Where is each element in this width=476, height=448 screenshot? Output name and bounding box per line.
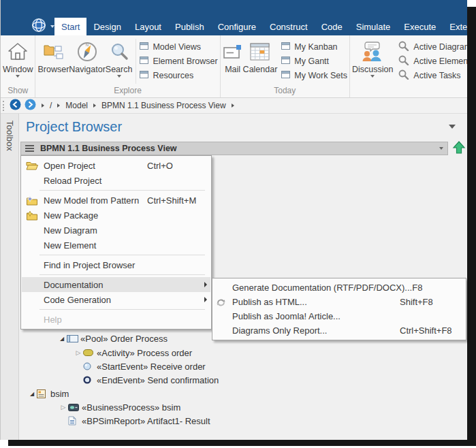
- separator: [136, 39, 136, 84]
- breadcrumb-root[interactable]: /: [50, 101, 52, 110]
- window-icon: [140, 57, 148, 66]
- my-kanban-button[interactable]: My Kanban: [281, 39, 347, 54]
- menu-item-help: Help: [22, 312, 210, 327]
- hamburger-icon: [25, 145, 34, 152]
- open-folder-icon: [26, 159, 44, 172]
- business-process-icon: [68, 404, 82, 411]
- svg-text:N: N: [86, 43, 89, 47]
- menu-item-diagrams-only-report[interactable]: Diagrams Only Report... Ctrl+Shift+F8: [213, 323, 465, 338]
- magnifier-icon: [109, 39, 129, 64]
- active-element-button[interactable]: Active Element: [398, 54, 467, 68]
- menu-item-find-in-project-browser[interactable]: Find in Project Browser: [22, 257, 210, 272]
- ribbon-group-today: Mail Calendar: [221, 35, 350, 97]
- breadcrumb-view[interactable]: BPMN 1.1 Business Process View: [101, 101, 226, 110]
- tab-construct[interactable]: Construct: [263, 18, 315, 35]
- calendar-button[interactable]: Calendar: [243, 37, 278, 75]
- menu-item-new-model-from-pattern[interactable]: New Model from Pattern Ctrl+Shift+M: [22, 193, 210, 208]
- folder-sparkle-icon: [26, 194, 44, 206]
- element-browser-button[interactable]: Element Browser: [140, 54, 217, 68]
- discussion-button[interactable]: Discussion: [352, 37, 393, 78]
- breadcrumb-model[interactable]: Model: [65, 101, 88, 110]
- menu-item-documentation[interactable]: Documentation: [22, 277, 210, 292]
- window-drop-shadow: [467, 7, 476, 445]
- window-button[interactable]: Window: [3, 37, 33, 78]
- tab-publish[interactable]: Publish: [168, 18, 211, 35]
- window-icon: [281, 71, 290, 80]
- tab-execute[interactable]: Execute: [397, 18, 443, 35]
- collapsed-arrow-icon[interactable]: ▷: [59, 404, 68, 411]
- my-work-sets-button[interactable]: My Work Sets: [281, 68, 347, 82]
- menu-item-new-diagram[interactable]: New Diagram: [22, 223, 210, 238]
- tree-item-activity[interactable]: ▷ «Activity» Process order: [19, 346, 467, 359]
- navigator-button[interactable]: N Navigator: [69, 37, 106, 75]
- people-chat-icon: [360, 39, 385, 64]
- folder-star-icon: [26, 209, 44, 221]
- back-button[interactable]: [10, 99, 21, 113]
- my-gantt-button[interactable]: My Gantt: [281, 54, 347, 68]
- tree-item-startevent[interactable]: «StartEvent» Receive order: [19, 359, 467, 373]
- menu-separator: [39, 274, 205, 275]
- home-icon: [7, 39, 29, 64]
- menu-item-reload-project[interactable]: Reload Project: [22, 173, 210, 188]
- active-tasks-button[interactable]: Active Tasks: [398, 68, 467, 82]
- navigation-bar: / Model BPMN 1.1 Business Process View: [1, 98, 467, 114]
- expanded-arrow-icon[interactable]: ◢: [57, 336, 67, 342]
- search-button[interactable]: Search: [106, 37, 133, 78]
- tab-configure[interactable]: Configure: [211, 18, 263, 35]
- collapsed-arrow-icon[interactable]: ▷: [74, 349, 83, 356]
- enterprise-architect-logo-icon: [31, 18, 46, 35]
- app-menu[interactable]: [1, 18, 54, 35]
- breadcrumb-separator-icon: [232, 103, 234, 108]
- menu-item-new-package[interactable]: New Package: [22, 208, 210, 223]
- tab-code[interactable]: Code: [315, 18, 349, 35]
- model-views-button[interactable]: Model Views: [140, 39, 217, 54]
- resources-button[interactable]: Resources: [140, 68, 217, 82]
- panel-menu-chevron-icon[interactable]: [449, 125, 456, 129]
- browser-button[interactable]: Browser: [37, 37, 69, 75]
- end-event-icon: [83, 376, 97, 384]
- report-document-icon: [68, 416, 82, 426]
- ribbon-group-show: Window Show: [1, 35, 35, 97]
- tab-extend[interactable]: Extend: [443, 18, 467, 35]
- breadcrumb-separator-icon: [42, 103, 44, 108]
- menu-item-new-element[interactable]: New Element: [22, 238, 210, 253]
- menu-item-open-project[interactable]: Open Project Ctrl+O: [22, 158, 210, 173]
- pool-icon: [67, 335, 80, 342]
- toolbox-side-tab[interactable]: Toolbox: [1, 114, 19, 440]
- chevron-down-icon: [16, 75, 20, 78]
- tab-start[interactable]: Start: [54, 18, 86, 35]
- tree-item-businessprocess[interactable]: ▷ «BusinessProcess» bsim: [19, 400, 467, 414]
- chevron-down-icon: [117, 75, 121, 78]
- ribbon-tab-bar: Start Design Layout Publish Configure Co…: [1, 18, 467, 35]
- breadcrumb-separator-icon: [93, 103, 96, 108]
- group-caption-explore: Explore: [35, 86, 219, 97]
- mail-button[interactable]: Mail: [223, 37, 243, 75]
- forward-button[interactable]: [25, 99, 36, 113]
- menu-item-publish-as-html[interactable]: Publish as HTML... Shift+F8: [213, 295, 465, 309]
- documentation-submenu: Generate Documentation (RTF/PDF/DOCX)...…: [212, 278, 466, 340]
- package-selector[interactable]: BPMN 1.1 Business Process View: [20, 142, 448, 155]
- context-menu: Open Project Ctrl+O Reload Project New M…: [20, 155, 212, 330]
- tree-item-endevent[interactable]: «EndEvent» Send confirmation: [19, 373, 467, 387]
- start-event-icon: [83, 362, 97, 370]
- panel-title: Project Browser: [26, 119, 122, 135]
- tab-simulate[interactable]: Simulate: [349, 18, 398, 35]
- submenu-arrow-icon: [204, 282, 207, 287]
- menu-item-publish-as-joomla-article[interactable]: Publish as Joomla! Article...: [213, 309, 465, 323]
- navigate-up-icon[interactable]: [452, 141, 466, 157]
- menu-item-generate-documentation[interactable]: Generate Documentation (RTF/PDF/DOCX)...…: [213, 281, 465, 295]
- ribbon: Window Show: [1, 35, 467, 98]
- drag-grip[interactable]: [3, 101, 5, 111]
- tree-item-bpsimreport[interactable]: «BPSimReport» Artifact1- Result: [19, 414, 467, 428]
- tab-layout[interactable]: Layout: [128, 18, 168, 35]
- ribbon-group-collaborate: Discussion Active Diagram Active Element: [350, 35, 467, 97]
- publish-swirl-icon: [216, 296, 232, 308]
- active-diagram-button[interactable]: Active Diagram: [398, 39, 467, 54]
- tree-item-bsim[interactable]: ◢ bsim: [19, 387, 467, 400]
- tab-design[interactable]: Design: [86, 18, 127, 35]
- group-caption-show: Show: [1, 86, 35, 97]
- magnifier-small-icon: [398, 41, 409, 53]
- expanded-arrow-icon[interactable]: ◢: [27, 391, 37, 397]
- magnifier-small-icon: [398, 69, 409, 82]
- menu-item-code-generation[interactable]: Code Generation: [22, 292, 210, 307]
